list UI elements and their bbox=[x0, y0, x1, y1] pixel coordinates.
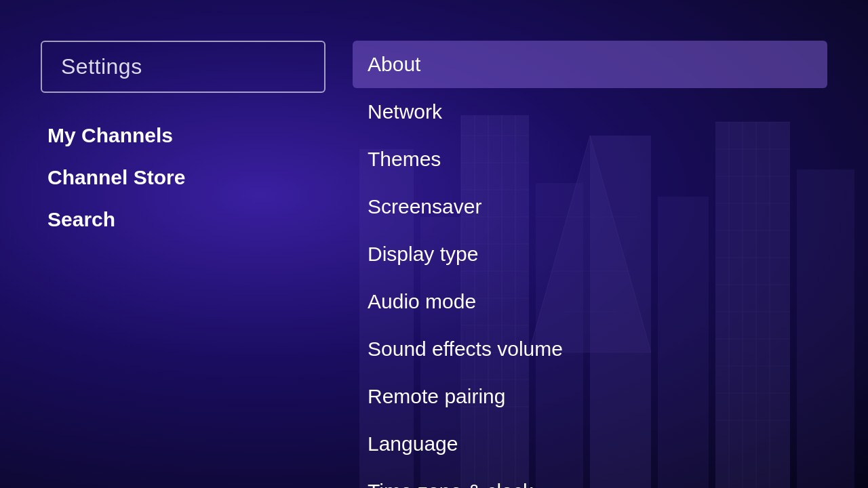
left-menu: My Channels Channel Store Search bbox=[41, 117, 326, 238]
menu-item-language[interactable]: Language bbox=[353, 420, 827, 468]
sidebar-item-channel-store[interactable]: Channel Store bbox=[41, 159, 326, 196]
left-panel: Settings My Channels Channel Store Searc… bbox=[41, 41, 326, 447]
menu-item-time-zone-clock[interactable]: Time zone & clock bbox=[353, 468, 827, 488]
menu-item-screensaver[interactable]: Screensaver bbox=[353, 183, 827, 230]
menu-item-audio-mode[interactable]: Audio mode bbox=[353, 278, 827, 325]
sidebar-item-my-channels[interactable]: My Channels bbox=[41, 117, 326, 154]
menu-item-sound-effects-volume[interactable]: Sound effects volume bbox=[353, 325, 827, 373]
main-content: Settings My Channels Channel Store Searc… bbox=[0, 0, 868, 488]
menu-item-themes[interactable]: Themes bbox=[353, 136, 827, 183]
settings-title: Settings bbox=[61, 54, 142, 79]
menu-item-display-type[interactable]: Display type bbox=[353, 230, 827, 278]
menu-item-remote-pairing[interactable]: Remote pairing bbox=[353, 373, 827, 420]
right-panel: About Network Themes Screensaver Display… bbox=[353, 41, 827, 447]
settings-title-box: Settings bbox=[41, 41, 326, 93]
menu-item-network[interactable]: Network bbox=[353, 88, 827, 136]
menu-item-about[interactable]: About bbox=[353, 41, 827, 88]
sidebar-item-search[interactable]: Search bbox=[41, 201, 326, 238]
